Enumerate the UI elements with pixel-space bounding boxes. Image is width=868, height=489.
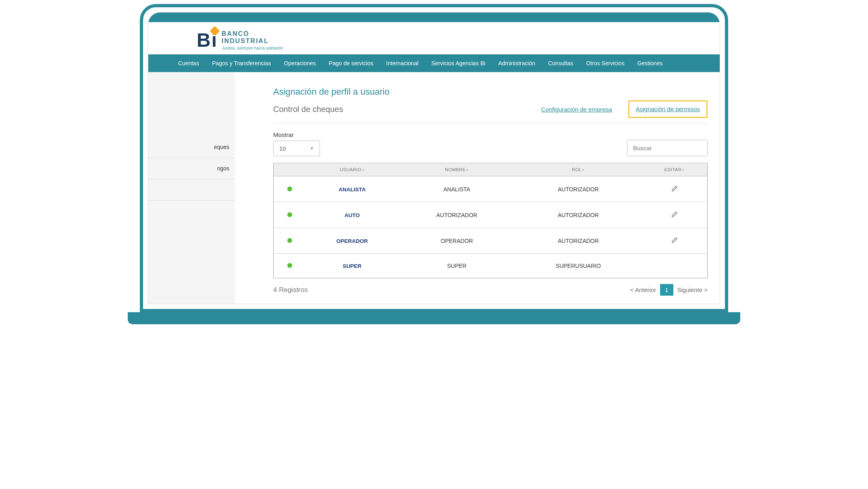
highlight-permisos: Asignación de permisos (628, 100, 708, 118)
app-screen: B i BANCO INDUSTRIAL Juntos, siempre hac… (148, 12, 720, 304)
logo-line-1: BANCO (222, 30, 283, 37)
logo-mark: B i (197, 31, 217, 50)
page-subtitle: Control de cheques (273, 105, 343, 114)
sort-icon: ▿ (466, 168, 469, 172)
table-footer: 4 Registros < Anterior 1 Siguiente > (273, 284, 708, 296)
cell-usuario: SUPER (306, 254, 399, 278)
user-link[interactable]: ANALISTA (338, 186, 365, 193)
cell-status (274, 228, 306, 254)
window-top-bar (148, 12, 720, 22)
col-rol[interactable]: ROL▿ (515, 163, 642, 176)
edit-icon[interactable] (671, 211, 678, 218)
title-row: Control de cheques Configuración de empr… (273, 100, 708, 123)
nav-internacional[interactable]: Internacional (380, 54, 424, 72)
cell-editar (642, 228, 707, 254)
nav-gestiones[interactable]: Gestiones (631, 54, 668, 72)
pagination-page-1[interactable]: 1 (660, 284, 673, 296)
nav-servicios-agencias[interactable]: Servicios Agencias Bi (426, 54, 491, 72)
cell-editar (642, 176, 707, 202)
show-block: Mostrar 10 ▼ (273, 131, 320, 156)
pagination: < Anterior 1 Siguiente > (630, 284, 708, 296)
sidebar-item-cheques[interactable]: eques (148, 137, 235, 158)
logo: B i BANCO INDUSTRIAL Juntos, siempre hac… (197, 30, 283, 50)
cell-nombre: OPERADOR (399, 228, 515, 254)
link-config-empresa[interactable]: Configuración de empresa (541, 106, 612, 113)
cell-nombre: AUTORIZADOR (399, 202, 515, 228)
sort-icon: ▿ (362, 168, 365, 172)
cell-status (274, 176, 306, 202)
cell-rol: AUTORIZADOR (515, 228, 642, 254)
cell-nombre: ANALISTA (399, 176, 515, 202)
content-area: eques ngos Asignación de perfil a usuari… (148, 72, 720, 304)
logo-text: BANCO INDUSTRIAL Juntos, siempre hacia a… (222, 30, 283, 50)
status-dot-icon (287, 238, 292, 243)
show-select[interactable]: 10 ▼ (273, 141, 320, 156)
table-row: AUTOAUTORIZADORAUTORIZADOR (274, 202, 708, 228)
cell-rol: AUTORIZADOR (515, 176, 642, 202)
search-input[interactable] (627, 140, 708, 156)
table-row: ANALISTAANALISTAAUTORIZADOR (274, 176, 708, 202)
logo-tagline: Juntos, siempre hacia adelante (222, 46, 283, 50)
user-link[interactable]: SUPER (343, 263, 362, 269)
main-content: Asignación de perfil a usuario Control d… (235, 72, 720, 304)
controls-row: Mostrar 10 ▼ (273, 131, 708, 156)
cell-rol: SUPERUSUARIO (515, 254, 642, 278)
show-select-value: 10 (279, 145, 286, 152)
sidebar-item-rangos[interactable]: ngos (148, 158, 235, 179)
laptop-frame: B i BANCO INDUSTRIAL Juntos, siempre hac… (140, 4, 728, 312)
chevron-down-icon: ▼ (310, 146, 314, 151)
nav-otros-servicios[interactable]: Otros Servicios (580, 54, 630, 72)
cell-nombre: SUPER (399, 254, 515, 278)
sidebar-item-empty[interactable] (148, 179, 235, 201)
laptop-base (128, 312, 740, 324)
header: B i BANCO INDUSTRIAL Juntos, siempre hac… (148, 22, 720, 54)
nav-cuentas[interactable]: Cuentas (172, 54, 205, 72)
sort-icon: ▿ (682, 168, 685, 172)
cell-usuario: AUTO (306, 202, 399, 228)
title-links: Configuración de empresa Asignación de p… (541, 100, 708, 118)
cell-rol: AUTORIZADOR (515, 202, 642, 228)
col-status[interactable] (274, 163, 306, 176)
status-dot-icon (287, 186, 292, 191)
table-row: SUPERSUPERSUPERUSUARIO (274, 254, 708, 278)
col-usuario[interactable]: USUARIO▿ (306, 163, 399, 176)
edit-icon[interactable] (671, 237, 678, 243)
records-count: 4 Registros (273, 286, 308, 294)
pagination-next[interactable]: Siguiente > (677, 286, 708, 293)
cell-usuario: ANALISTA (306, 176, 399, 202)
status-dot-icon (287, 212, 292, 217)
user-link[interactable]: OPERADOR (336, 238, 368, 244)
status-dot-icon (287, 263, 292, 268)
pagination-prev[interactable]: < Anterior (630, 286, 656, 293)
main-nav: Cuentas Pagos y Transferencias Operacion… (148, 54, 720, 72)
nav-consultas[interactable]: Consultas (542, 54, 579, 72)
cell-status (274, 254, 306, 278)
sort-icon: ▿ (582, 168, 585, 172)
cell-status (274, 202, 306, 228)
logo-dot-icon (210, 26, 220, 36)
nav-pago-servicios[interactable]: Pago de servicios (323, 54, 379, 72)
link-asignacion-permisos[interactable]: Asignación de permisos (636, 106, 700, 112)
page-title: Asignación de perfil a usuario (273, 87, 708, 97)
nav-operaciones[interactable]: Operaciones (278, 54, 321, 72)
edit-icon[interactable] (671, 185, 678, 192)
cell-usuario: OPERADOR (306, 228, 399, 254)
sidebar: eques ngos (148, 72, 235, 304)
users-table: USUARIO▿ NOMBRE▿ ROL▿ EDITAR▿ ANALISTAAN… (273, 163, 708, 278)
show-label: Mostrar (273, 131, 320, 138)
col-editar[interactable]: EDITAR▿ (642, 163, 707, 176)
user-link[interactable]: AUTO (345, 212, 360, 218)
nav-administracion[interactable]: Administración (492, 54, 541, 72)
nav-pagos-transferencias[interactable]: Pagos y Transferencias (206, 54, 276, 72)
logo-line-2: INDUSTRIAL (222, 37, 283, 45)
table-row: OPERADOROPERADORAUTORIZADOR (274, 228, 708, 254)
col-nombre[interactable]: NOMBRE▿ (399, 163, 515, 176)
cell-editar (642, 254, 707, 278)
cell-editar (642, 202, 707, 228)
